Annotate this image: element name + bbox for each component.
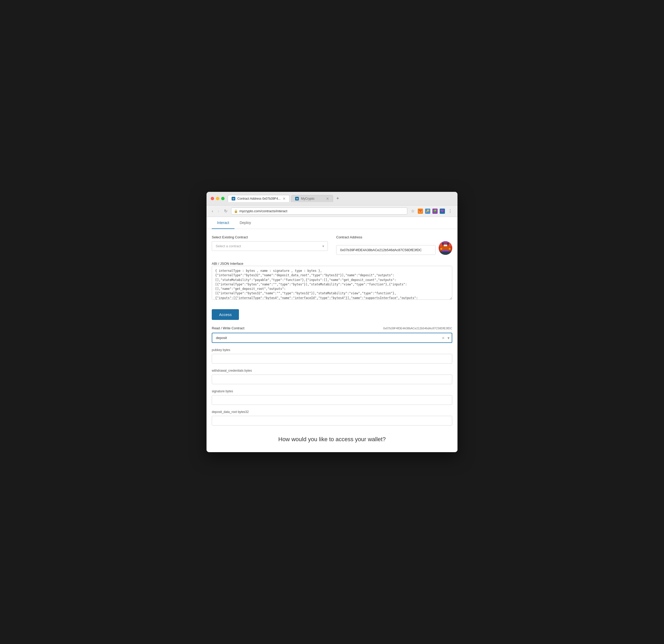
tab-label-1: Contract Address 0x07b39F4...: [237, 197, 281, 201]
rw-label: Read / Write Contract: [212, 326, 244, 330]
mycrypto-ext-icon[interactable]: 💜: [440, 209, 445, 214]
field-withdrawal-credentials: withdrawal_credentials bytes: [212, 369, 452, 384]
keyring-ext-icon[interactable]: 🔑: [425, 209, 430, 214]
contract-row: Select Existing Contract Select a contra…: [212, 235, 452, 255]
tab-interact[interactable]: Interact: [212, 217, 234, 229]
field-signature-input[interactable]: [212, 395, 452, 405]
contract-address-label: Contract Address: [336, 235, 452, 239]
field-deposit-data-root-input[interactable]: [212, 416, 452, 425]
page-tabs: Interact Deploy: [207, 217, 457, 229]
url-text: mycrypto.com/contracts/interact: [240, 209, 288, 213]
svg-rect-2: [439, 243, 442, 247]
select-wrapper: Select a contract // Populate placeholde…: [212, 241, 328, 251]
select-existing-group: Select Existing Contract Select a contra…: [212, 235, 328, 251]
contract-address-group: Contract Address: [336, 235, 452, 255]
address-bar: ‹ › ↻ 🔒 mycrypto.com/contracts/interact …: [207, 205, 457, 217]
star-button[interactable]: ☆: [410, 208, 416, 214]
forward-button[interactable]: ›: [217, 208, 220, 214]
field-signature: signature bytes: [212, 390, 452, 405]
rw-address: 0x07b39F4fDE4A38bACe212b546dAc87C58DfE3f…: [383, 327, 452, 330]
function-dropdown-wrapper: deposit document.querySelector('[data-na…: [212, 333, 452, 343]
field-deposit-data-root: deposit_data_root bytes32: [212, 410, 452, 425]
rw-header: Read / Write Contract 0x07b39F4fDE4A38bA…: [212, 326, 452, 330]
contract-address-input[interactable]: [336, 245, 436, 255]
abi-group: ABI / JSON Interface { internalType : by…: [212, 261, 452, 301]
puzzle-ext-icon[interactable]: 🧩: [432, 209, 438, 214]
field-withdrawal-label: withdrawal_credentials bytes: [212, 369, 452, 372]
select-existing-label: Select Existing Contract: [212, 235, 328, 239]
refresh-button[interactable]: ↻: [223, 208, 228, 214]
url-bar[interactable]: 🔒 mycrypto.com/contracts/interact: [231, 208, 407, 214]
tabs-bar: M Contract Address 0x07b39F4... ✕ M MyCr…: [228, 195, 453, 202]
traffic-lights: [211, 197, 225, 200]
tab-favicon-2: M: [295, 197, 299, 201]
field-pubkey-input[interactable]: [212, 354, 452, 363]
svg-rect-6: [444, 245, 447, 247]
wallet-cta: How would you like to access your wallet…: [212, 425, 452, 451]
tab-close-2[interactable]: ✕: [326, 197, 329, 201]
svg-rect-5: [449, 243, 452, 247]
browser-tab-active[interactable]: M Contract Address 0x07b39F4... ✕: [228, 195, 290, 202]
back-button[interactable]: ‹: [211, 208, 214, 214]
tab-favicon-1: M: [232, 197, 235, 201]
svg-rect-4: [447, 243, 449, 245]
tab-close-1[interactable]: ✕: [283, 197, 286, 201]
maximize-button[interactable]: [221, 197, 225, 200]
avatar: [439, 241, 452, 255]
new-tab-button[interactable]: +: [335, 195, 340, 202]
field-signature-label: signature bytes: [212, 390, 452, 393]
access-button[interactable]: Access: [212, 309, 239, 320]
svg-rect-8: [442, 250, 449, 252]
minimize-button[interactable]: [216, 197, 219, 200]
wallet-cta-text: How would you like to access your wallet…: [278, 436, 386, 442]
browser-window: M Contract Address 0x07b39F4... ✕ M MyCr…: [207, 192, 457, 452]
svg-rect-11: [449, 248, 451, 250]
rw-section: Read / Write Contract 0x07b39F4fDE4A38bA…: [212, 326, 452, 425]
browser-actions: ☆ 🦊 🔑 🧩 💜 ⋮: [410, 208, 453, 214]
svg-rect-10: [440, 248, 442, 250]
title-bar: M Contract Address 0x07b39F4... ✕ M MyCr…: [207, 192, 457, 205]
svg-rect-9: [439, 251, 452, 255]
field-pubkey: pubkey bytes: [212, 348, 452, 363]
field-withdrawal-input[interactable]: [212, 375, 452, 384]
browser-tab-inactive[interactable]: M MyCrypto ✕: [291, 195, 333, 202]
tab-label-2: MyCrypto: [301, 197, 314, 201]
contract-address-field: [336, 245, 436, 255]
lock-icon: 🔒: [234, 209, 238, 213]
tab-deploy[interactable]: Deploy: [234, 217, 256, 229]
svg-rect-1: [442, 241, 449, 243]
function-select[interactable]: deposit: [212, 333, 452, 343]
metamask-ext-icon[interactable]: 🦊: [418, 209, 423, 214]
svg-rect-3: [442, 243, 444, 245]
menu-button[interactable]: ⋮: [447, 208, 453, 214]
field-deposit-data-root-label: deposit_data_root bytes32: [212, 410, 452, 414]
contract-address-row: [336, 241, 452, 255]
main-section: Select Existing Contract Select a contra…: [207, 229, 457, 452]
abi-label: ABI / JSON Interface: [212, 262, 243, 266]
page-content: Interact Deploy Select Existing Contract…: [207, 217, 457, 452]
field-pubkey-label: pubkey bytes: [212, 348, 452, 352]
abi-textarea[interactable]: { internalType : bytes , name : signatur…: [212, 266, 452, 300]
contract-select[interactable]: Select a contract: [212, 241, 328, 251]
close-button[interactable]: [211, 197, 214, 200]
